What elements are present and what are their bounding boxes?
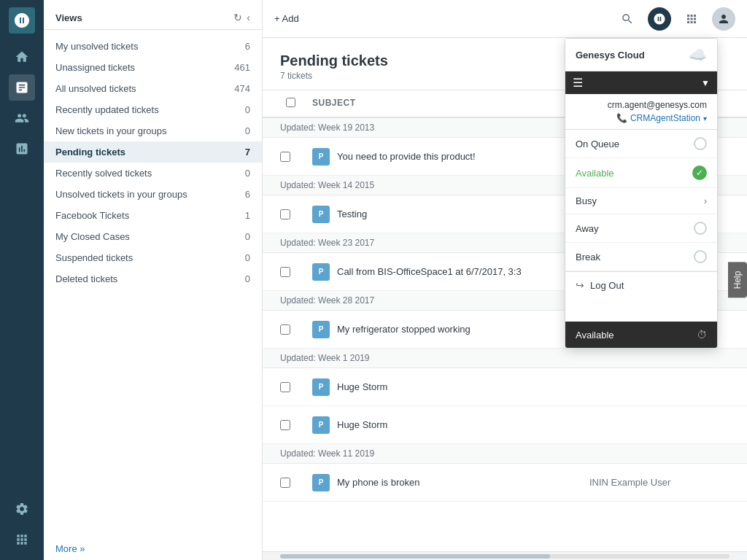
row-checkbox[interactable] (280, 267, 290, 277)
sidebar-item-label: My Closed Cases (55, 231, 130, 242)
week-separator: Updated: Week 11 2019 (263, 444, 747, 464)
genesys-popup-title: Genesys Cloud (576, 50, 645, 61)
topbar: + Add (263, 0, 747, 38)
ticket-subject-cell: P My phone is broken (306, 467, 584, 499)
status-option-away[interactable]: Away (565, 214, 717, 243)
nav-item-home[interactable] (9, 44, 35, 70)
busy-label: Busy (576, 195, 597, 206)
logout-option[interactable]: ↪ Log Out (565, 272, 717, 298)
sidebar-item-count: 0 (245, 252, 250, 263)
sidebar-item-my-closed-cases[interactable]: My Closed Cases 0 (44, 226, 262, 247)
status-option-available[interactable]: Available ✓ (565, 158, 717, 188)
ticket-subject-text: You need to provide this product! (337, 151, 476, 162)
refresh-icon[interactable]: ↻ (233, 12, 242, 23)
table-row[interactable]: P Huge Storm (263, 368, 747, 406)
genesys-menu-icon[interactable]: ☰ (573, 76, 583, 90)
user-avatar[interactable] (712, 7, 735, 31)
search-icon[interactable] (616, 7, 639, 31)
sidebar-item-label: New tickets in your groups (55, 125, 166, 136)
ticket-priority-badge: P (312, 416, 330, 434)
row-checkbox-container (280, 324, 306, 335)
logout-icon: ↪ (576, 279, 584, 291)
sidebar-item-label: My unsolved tickets (55, 41, 138, 52)
sidebar-item-recently-updated-tickets[interactable]: Recently updated tickets 0 (44, 99, 262, 120)
status-option-on-queue[interactable]: On Queue (565, 130, 717, 158)
scrollbar-thumb[interactable] (280, 554, 550, 559)
sidebar-item-unassigned-tickets[interactable]: Unassigned tickets 461 (44, 57, 262, 78)
genesys-station[interactable]: 📞 CRMAgentStation ▾ (565, 112, 717, 129)
sidebar-actions: ↻ ‹ (233, 12, 250, 23)
ticket-priority-badge: P (312, 321, 330, 338)
sidebar-item-facebook-tickets[interactable]: Facebook Tickets 1 (44, 205, 262, 226)
topbar-left: + Add (274, 13, 299, 24)
row-checkbox[interactable] (280, 420, 290, 430)
status-option-break[interactable]: Break (565, 243, 717, 271)
nav-item-apps[interactable] (9, 526, 35, 553)
ticket-priority-badge: P (312, 206, 330, 223)
row-checkbox[interactable] (280, 209, 290, 219)
sidebar-more[interactable]: More » (44, 537, 262, 560)
ticket-subject-text: My phone is broken (337, 477, 419, 488)
table-row[interactable]: P My phone is broken ININ Example User (263, 464, 747, 502)
sidebar-item-count: 0 (245, 104, 250, 115)
ticket-subject-text: My refrigerator stopped working (337, 324, 471, 335)
ticket-priority-badge: P (312, 474, 330, 491)
main-content: + Add (263, 0, 747, 560)
sidebar-item-count: 0 (245, 125, 250, 136)
sidebar-item-unsolved-tickets-in-your-groups[interactable]: Unsolved tickets in your groups 6 (44, 184, 262, 205)
nav-item-tickets[interactable] (9, 74, 35, 101)
station-label: CRMAgentStation (630, 113, 700, 123)
sidebar-item-label: Recently updated tickets (55, 104, 159, 115)
sidebar-item-all-unsolved-tickets[interactable]: All unsolved tickets 474 (44, 78, 262, 99)
footer-status-label: Available (576, 330, 614, 341)
nav-item-users[interactable] (9, 105, 35, 131)
ticket-subject-text: Testing (337, 209, 367, 219)
sidebar-item-suspended-tickets[interactable]: Suspended tickets 0 (44, 247, 262, 268)
collapse-icon[interactable]: ‹ (247, 12, 250, 23)
nav-item-reports[interactable] (9, 136, 35, 162)
genesys-account-email: crm.agent@genesys.com (565, 94, 717, 112)
sidebar-item-label: Unassigned tickets (55, 62, 135, 73)
row-checkbox[interactable] (280, 382, 290, 392)
break-label: Break (576, 252, 600, 262)
ticket-subject-cell: P Huge Storm (306, 371, 584, 403)
nav-item-settings[interactable] (9, 496, 35, 522)
away-label: Away (576, 223, 599, 234)
ticket-priority-badge: P (312, 148, 330, 166)
ticket-subject-cell: P My refrigerator stopped working (306, 314, 584, 346)
grid-apps-icon[interactable] (680, 7, 703, 31)
nav-logo[interactable] (9, 7, 35, 34)
status-option-busy[interactable]: Busy › (565, 188, 717, 214)
select-all-checkbox[interactable] (286, 98, 295, 107)
away-radio (694, 222, 707, 235)
sidebar-item-recently-solved-tickets[interactable]: Recently solved tickets 0 (44, 163, 262, 184)
row-checkbox-container (280, 267, 306, 277)
sidebar-item-my-unsolved-tickets[interactable]: My unsolved tickets 6 (44, 36, 262, 57)
genesys-toolbar: ☰ ▼ (565, 71, 717, 94)
subject-column-header: Subject (306, 90, 584, 117)
station-dropdown-icon: ▾ (703, 114, 707, 122)
break-radio (694, 250, 707, 263)
sidebar-item-label: Suspended tickets (55, 252, 133, 263)
genesys-footer: Available ⏱ (565, 322, 717, 348)
sidebar-item-count: 461 (234, 62, 250, 73)
row-checkbox[interactable] (280, 152, 290, 162)
on-queue-label: On Queue (576, 139, 619, 149)
add-button[interactable]: + Add (274, 13, 299, 24)
sidebar-item-new-tickets-in-your-groups[interactable]: New tickets in your groups 0 (44, 120, 262, 141)
sidebar-item-count: 6 (245, 41, 250, 52)
select-all-header (280, 90, 306, 117)
sidebar-item-deleted-tickets[interactable]: Deleted tickets 0 (44, 268, 262, 289)
help-button[interactable]: Help (728, 262, 747, 298)
horizontal-scrollbar[interactable] (263, 551, 747, 560)
available-check-icon: ✓ (692, 166, 707, 180)
sidebar-item-pending-tickets[interactable]: Pending tickets 7 (44, 141, 262, 163)
ticket-subject-cell: P Call from BIS-OfficeSpace1 at 6/7/2017… (306, 256, 584, 288)
row-checkbox[interactable] (280, 478, 290, 488)
genesys-dropdown-icon[interactable]: ▼ (701, 78, 710, 88)
ticket-subject-text: Huge Storm (337, 419, 387, 430)
row-checkbox[interactable] (280, 324, 290, 335)
genesys-icon[interactable] (648, 7, 671, 31)
table-row[interactable]: P Huge Storm (263, 406, 747, 444)
footer-clock-icon[interactable]: ⏱ (697, 329, 707, 341)
